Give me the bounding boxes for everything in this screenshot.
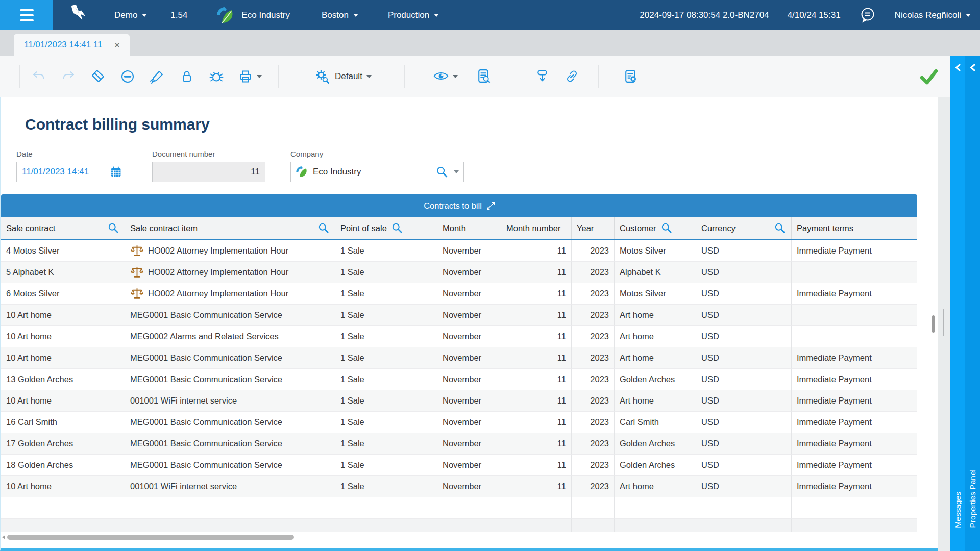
chevron-down-icon[interactable] <box>453 75 458 78</box>
panel-resize-handle[interactable] <box>943 309 944 336</box>
redo-icon[interactable] <box>54 68 83 85</box>
table-row[interactable]: 10 Art home001001 WiFi internet service1… <box>1 476 917 497</box>
table-row[interactable]: 6 Motos Silver HO002 Attorney Implementa… <box>1 283 917 305</box>
cell-sale-contract: 5 Alphabet K <box>1 262 125 283</box>
cell-year: 2023 <box>572 476 615 497</box>
horizontal-scrollbar[interactable] <box>1 533 917 541</box>
column-label: Month number <box>506 223 560 233</box>
link-icon[interactable] <box>557 68 587 85</box>
document-tab[interactable]: 11/01/2023 14:41 11 × <box>14 34 130 56</box>
column-header-sale-contract[interactable]: Sale contract <box>1 217 125 239</box>
cell-text: Art home <box>620 396 654 406</box>
lock-icon[interactable] <box>172 68 202 85</box>
table-row[interactable]: 13 Golden ArchesMEG0001 Basic Communicat… <box>1 369 917 390</box>
debug-icon[interactable] <box>202 68 231 85</box>
table-row[interactable]: 5 Alphabet K HO002 Attorney Implementati… <box>1 262 917 283</box>
cell-text: Immediate Payment <box>797 353 872 363</box>
view-selector-label: Default <box>335 71 362 82</box>
undo-icon[interactable] <box>24 68 54 85</box>
search-icon[interactable] <box>107 222 119 234</box>
cell-text: November <box>443 482 481 491</box>
document-number-input[interactable] <box>158 167 260 177</box>
table-row[interactable]: 18 Golden ArchesMEG0001 Basic Communicat… <box>1 455 917 476</box>
expand-icon[interactable] <box>487 202 495 210</box>
column-header-payment-terms[interactable]: Payment terms <box>792 217 917 239</box>
cell-year: 2023 <box>572 240 615 262</box>
table-row[interactable]: 10 Art home001001 WiFi internet service1… <box>1 390 917 412</box>
table-row[interactable]: 4 Motos Silver HO002 Attorney Implementa… <box>1 240 917 262</box>
table-row[interactable]: 16 Carl SmithMEG0001 Basic Communication… <box>1 412 917 433</box>
search-icon[interactable] <box>660 222 673 234</box>
date-input[interactable] <box>22 167 110 177</box>
cell-text: 2023 <box>590 246 609 256</box>
cell-sale-contract-item: MEG0001 Basic Communication Service <box>125 305 335 326</box>
site-dropdown[interactable]: Boston <box>322 10 358 20</box>
scroll-left-icon[interactable] <box>2 535 5 539</box>
toolbar: Default <box>0 56 950 97</box>
cell-sale-contract: 10 Art home <box>1 390 125 412</box>
cell-month-number: 11 <box>501 412 572 433</box>
vertical-scrollbar-thumb[interactable] <box>932 315 935 333</box>
environment-dropdown[interactable]: Production <box>388 10 439 20</box>
company-input[interactable] <box>313 167 430 177</box>
cell-month-number: 11 <box>501 433 572 455</box>
cell-text: Immediate Payment <box>797 439 872 448</box>
chevron-down-icon[interactable] <box>257 75 262 78</box>
cell-text: 10 Art home <box>6 396 52 406</box>
cell-text: MEG0001 Basic Communication Service <box>130 310 282 320</box>
search-icon[interactable] <box>317 222 330 234</box>
document-report-icon[interactable] <box>469 68 499 85</box>
column-header-currency[interactable]: Currency <box>696 217 792 239</box>
horizontal-scrollbar-thumb[interactable] <box>7 535 294 540</box>
print-icon[interactable] <box>231 68 268 85</box>
view-settings-dropdown[interactable]: Default <box>306 68 379 85</box>
cell-payment-terms: Immediate Payment <box>792 283 917 305</box>
edit-sign-icon[interactable] <box>142 68 172 85</box>
cell-text: 11 <box>557 332 566 341</box>
cell-text: HO002 Attorney Implementation Hour <box>148 267 288 277</box>
column-header-year[interactable]: Year <box>572 217 615 239</box>
table-row[interactable]: 10 Art homeMEG0002 Alarms and Related Se… <box>1 326 917 347</box>
calendar-icon[interactable] <box>110 165 122 179</box>
cell-sale-contract-item: MEG0001 Basic Communication Service <box>125 455 335 476</box>
cell-sale-contract: 10 Art home <box>1 476 125 497</box>
cell-month-number: 11 <box>501 240 572 262</box>
column-header-month-number[interactable]: Month number <box>501 217 572 239</box>
menu-icon[interactable] <box>0 0 53 30</box>
cell-currency: USD <box>696 326 792 347</box>
preview-icon[interactable] <box>426 68 464 85</box>
table-row[interactable]: 17 Golden ArchesMEG0001 Basic Communicat… <box>1 433 917 455</box>
column-header-point-of-sale[interactable]: Point of sale <box>335 217 437 239</box>
chevron-down-icon[interactable] <box>454 170 459 173</box>
cell-year: 2023 <box>572 455 615 476</box>
document-cancel-icon[interactable] <box>616 68 646 85</box>
cell-sale-contract-item: MEG0001 Basic Communication Service <box>125 369 335 390</box>
table-row[interactable]: 10 Art homeMEG0001 Basic Communication S… <box>1 305 917 326</box>
cell-text: Art home <box>620 310 654 320</box>
cell-customer: Carl Smith <box>615 412 696 433</box>
chat-bubble-icon[interactable] <box>859 7 876 24</box>
cell-sale-contract-item: HO002 Attorney Implementation Hour <box>125 283 335 305</box>
workspace-dropdown[interactable]: Demo <box>114 10 147 20</box>
search-icon[interactable] <box>774 222 786 234</box>
column-header-month[interactable]: Month <box>437 217 501 239</box>
table-row[interactable]: 10 Art homeMEG0001 Basic Communication S… <box>1 347 917 369</box>
tab-close-icon[interactable]: × <box>114 41 119 49</box>
search-icon[interactable] <box>435 165 449 179</box>
cell-empty <box>572 497 615 519</box>
column-header-customer[interactable]: Customer <box>615 217 696 239</box>
workflow-icon[interactable] <box>528 68 557 85</box>
cell-text: Immediate Payment <box>797 396 872 406</box>
search-icon[interactable] <box>391 222 403 234</box>
remove-record-icon[interactable] <box>113 68 142 85</box>
cell-month-number: 11 <box>501 369 572 390</box>
cell-text: 1 Sale <box>340 289 364 298</box>
properties-panel-tab[interactable]: Properties Panel <box>965 56 980 551</box>
user-menu[interactable]: Nicolas Regñicoli <box>895 10 971 20</box>
confirm-icon[interactable] <box>918 66 940 89</box>
cell-text: 1 Sale <box>340 353 364 363</box>
column-header-sale-contract-item[interactable]: Sale contract item <box>125 217 335 239</box>
erase-icon[interactable] <box>83 68 113 85</box>
toolbar-separator <box>278 65 279 88</box>
messages-panel-tab[interactable]: Messages <box>950 56 965 551</box>
